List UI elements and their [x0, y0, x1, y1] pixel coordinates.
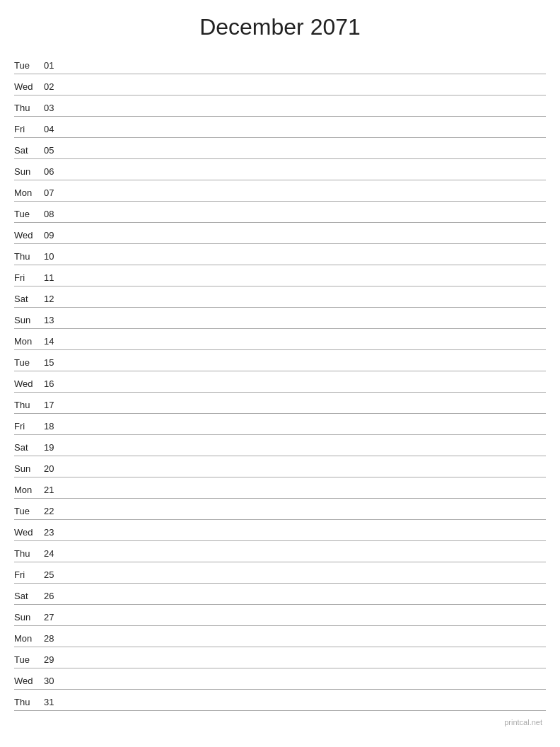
- day-number: 27: [44, 612, 64, 622]
- day-name: Tue: [14, 506, 44, 516]
- calendar-row: Mon21: [14, 477, 546, 499]
- day-name: Mon: [14, 187, 44, 198]
- calendar-row: Fri25: [14, 562, 546, 584]
- day-name: Thu: [14, 548, 44, 559]
- calendar-row: Sat19: [14, 435, 546, 456]
- day-name: Sun: [14, 315, 44, 325]
- day-number: 14: [44, 336, 64, 347]
- day-line: [64, 601, 546, 601]
- calendar-row: Sun27: [14, 605, 546, 626]
- calendar-row: Sat26: [14, 584, 546, 605]
- calendar-row: Tue29: [14, 647, 546, 668]
- day-number: 15: [44, 357, 64, 368]
- calendar-row: Tue15: [14, 350, 546, 371]
- day-name: Wed: [14, 676, 44, 686]
- day-line: [64, 431, 546, 432]
- day-number: 06: [44, 166, 64, 177]
- calendar-row: Sun06: [14, 159, 546, 180]
- day-number: 26: [44, 591, 64, 601]
- calendar-row: Fri04: [14, 117, 546, 138]
- calendar-row: Mon28: [14, 626, 546, 647]
- calendar-row: Thu10: [14, 244, 546, 265]
- calendar-row: Tue01: [14, 53, 546, 74]
- day-line: [64, 176, 546, 177]
- day-line: [64, 134, 546, 134]
- calendar-row: Thu03: [14, 95, 546, 117]
- day-name: Fri: [14, 421, 44, 432]
- day-line: [64, 685, 546, 686]
- day-line: [64, 91, 546, 92]
- day-line: [64, 325, 546, 325]
- day-name: Mon: [14, 336, 44, 347]
- calendar-row: Sat05: [14, 138, 546, 159]
- day-line: [64, 494, 546, 495]
- day-name: Mon: [14, 633, 44, 644]
- day-number: 30: [44, 676, 64, 686]
- day-number: 09: [44, 230, 64, 241]
- day-line: [64, 282, 546, 283]
- day-line: [64, 388, 546, 389]
- day-line: [64, 558, 546, 559]
- day-name: Sat: [14, 442, 44, 453]
- day-number: 08: [44, 209, 64, 219]
- day-number: 20: [44, 463, 64, 474]
- calendar-row: Fri11: [14, 265, 546, 286]
- day-name: Sun: [14, 166, 44, 177]
- day-name: Tue: [14, 654, 44, 665]
- calendar-container: Tue01Wed02Thu03Fri04Sat05Sun06Mon07Tue08…: [14, 53, 546, 711]
- day-line: [64, 473, 546, 474]
- calendar-row: Wed02: [14, 74, 546, 95]
- day-number: 12: [44, 294, 64, 304]
- day-number: 28: [44, 633, 64, 644]
- day-number: 01: [44, 60, 64, 71]
- calendar-row: Mon07: [14, 180, 546, 202]
- calendar-row: Tue08: [14, 202, 546, 223]
- day-line: [64, 643, 546, 644]
- day-name: Thu: [14, 103, 44, 113]
- watermark: printcal.net: [14, 718, 546, 726]
- calendar-row: Wed30: [14, 668, 546, 690]
- calendar-row: Tue22: [14, 499, 546, 520]
- day-name: Thu: [14, 697, 44, 707]
- calendar-row: Thu17: [14, 393, 546, 414]
- calendar-row: Mon14: [14, 329, 546, 350]
- day-line: [64, 240, 546, 241]
- day-name: Sat: [14, 591, 44, 601]
- day-name: Tue: [14, 209, 44, 219]
- day-line: [64, 219, 546, 219]
- day-line: [64, 70, 546, 71]
- day-name: Thu: [14, 251, 44, 262]
- day-name: Fri: [14, 569, 44, 580]
- day-line: [64, 452, 546, 453]
- day-number: 11: [44, 272, 64, 283]
- day-number: 03: [44, 103, 64, 113]
- day-number: 18: [44, 421, 64, 432]
- day-number: 07: [44, 187, 64, 198]
- day-line: [64, 622, 546, 622]
- day-number: 23: [44, 527, 64, 538]
- day-number: 05: [44, 145, 64, 156]
- calendar-row: Thu31: [14, 690, 546, 711]
- day-name: Thu: [14, 400, 44, 410]
- day-number: 04: [44, 124, 64, 134]
- day-number: 29: [44, 654, 64, 665]
- day-number: 24: [44, 548, 64, 559]
- calendar-row: Fri18: [14, 414, 546, 435]
- day-line: [64, 261, 546, 262]
- day-line: [64, 346, 546, 347]
- calendar-row: Sun20: [14, 456, 546, 477]
- day-number: 02: [44, 81, 64, 92]
- day-line: [64, 197, 546, 198]
- day-line: [64, 303, 546, 304]
- calendar-row: Sat12: [14, 286, 546, 308]
- day-line: [64, 155, 546, 156]
- day-name: Mon: [14, 485, 44, 495]
- day-name: Wed: [14, 527, 44, 538]
- day-name: Sat: [14, 294, 44, 304]
- day-name: Wed: [14, 81, 44, 92]
- day-name: Tue: [14, 357, 44, 368]
- day-number: 19: [44, 442, 64, 453]
- day-line: [64, 112, 546, 113]
- day-name: Sat: [14, 145, 44, 156]
- page-title: December 2071: [14, 14, 546, 40]
